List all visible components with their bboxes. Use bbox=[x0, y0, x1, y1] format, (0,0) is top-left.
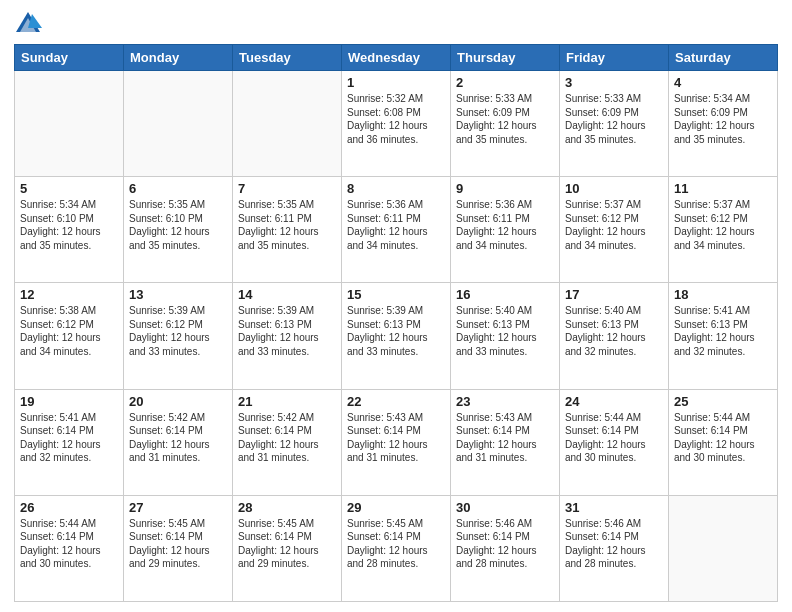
day-info: Sunrise: 5:42 AM Sunset: 6:14 PM Dayligh… bbox=[238, 411, 336, 465]
day-info: Sunrise: 5:39 AM Sunset: 6:13 PM Dayligh… bbox=[238, 304, 336, 358]
day-info: Sunrise: 5:35 AM Sunset: 6:10 PM Dayligh… bbox=[129, 198, 227, 252]
calendar-cell bbox=[15, 71, 124, 177]
day-info: Sunrise: 5:45 AM Sunset: 6:14 PM Dayligh… bbox=[347, 517, 445, 571]
calendar-table: SundayMondayTuesdayWednesdayThursdayFrid… bbox=[14, 44, 778, 602]
day-number: 29 bbox=[347, 500, 445, 515]
day-info: Sunrise: 5:39 AM Sunset: 6:13 PM Dayligh… bbox=[347, 304, 445, 358]
day-info: Sunrise: 5:41 AM Sunset: 6:14 PM Dayligh… bbox=[20, 411, 118, 465]
day-number: 23 bbox=[456, 394, 554, 409]
day-info: Sunrise: 5:39 AM Sunset: 6:12 PM Dayligh… bbox=[129, 304, 227, 358]
header-day-tuesday: Tuesday bbox=[233, 45, 342, 71]
week-row-5: 26Sunrise: 5:44 AM Sunset: 6:14 PM Dayli… bbox=[15, 495, 778, 601]
day-number: 20 bbox=[129, 394, 227, 409]
day-number: 8 bbox=[347, 181, 445, 196]
header-day-thursday: Thursday bbox=[451, 45, 560, 71]
calendar-cell: 18Sunrise: 5:41 AM Sunset: 6:13 PM Dayli… bbox=[669, 283, 778, 389]
day-info: Sunrise: 5:34 AM Sunset: 6:09 PM Dayligh… bbox=[674, 92, 772, 146]
day-number: 3 bbox=[565, 75, 663, 90]
calendar-cell bbox=[124, 71, 233, 177]
day-info: Sunrise: 5:33 AM Sunset: 6:09 PM Dayligh… bbox=[456, 92, 554, 146]
week-row-2: 5Sunrise: 5:34 AM Sunset: 6:10 PM Daylig… bbox=[15, 177, 778, 283]
day-number: 28 bbox=[238, 500, 336, 515]
calendar-cell: 29Sunrise: 5:45 AM Sunset: 6:14 PM Dayli… bbox=[342, 495, 451, 601]
calendar-cell: 12Sunrise: 5:38 AM Sunset: 6:12 PM Dayli… bbox=[15, 283, 124, 389]
header-row: SundayMondayTuesdayWednesdayThursdayFrid… bbox=[15, 45, 778, 71]
header-day-sunday: Sunday bbox=[15, 45, 124, 71]
page: SundayMondayTuesdayWednesdayThursdayFrid… bbox=[0, 0, 792, 612]
calendar-cell: 6Sunrise: 5:35 AM Sunset: 6:10 PM Daylig… bbox=[124, 177, 233, 283]
calendar-cell: 13Sunrise: 5:39 AM Sunset: 6:12 PM Dayli… bbox=[124, 283, 233, 389]
day-info: Sunrise: 5:46 AM Sunset: 6:14 PM Dayligh… bbox=[565, 517, 663, 571]
calendar-cell: 24Sunrise: 5:44 AM Sunset: 6:14 PM Dayli… bbox=[560, 389, 669, 495]
day-number: 11 bbox=[674, 181, 772, 196]
day-info: Sunrise: 5:33 AM Sunset: 6:09 PM Dayligh… bbox=[565, 92, 663, 146]
week-row-1: 1Sunrise: 5:32 AM Sunset: 6:08 PM Daylig… bbox=[15, 71, 778, 177]
calendar-cell bbox=[669, 495, 778, 601]
day-number: 2 bbox=[456, 75, 554, 90]
calendar-cell: 21Sunrise: 5:42 AM Sunset: 6:14 PM Dayli… bbox=[233, 389, 342, 495]
calendar-cell: 8Sunrise: 5:36 AM Sunset: 6:11 PM Daylig… bbox=[342, 177, 451, 283]
day-number: 18 bbox=[674, 287, 772, 302]
day-number: 19 bbox=[20, 394, 118, 409]
day-number: 4 bbox=[674, 75, 772, 90]
day-number: 6 bbox=[129, 181, 227, 196]
day-number: 12 bbox=[20, 287, 118, 302]
calendar-cell: 11Sunrise: 5:37 AM Sunset: 6:12 PM Dayli… bbox=[669, 177, 778, 283]
day-number: 17 bbox=[565, 287, 663, 302]
day-number: 14 bbox=[238, 287, 336, 302]
header-day-monday: Monday bbox=[124, 45, 233, 71]
day-info: Sunrise: 5:40 AM Sunset: 6:13 PM Dayligh… bbox=[565, 304, 663, 358]
day-info: Sunrise: 5:43 AM Sunset: 6:14 PM Dayligh… bbox=[347, 411, 445, 465]
header-day-saturday: Saturday bbox=[669, 45, 778, 71]
calendar-cell: 27Sunrise: 5:45 AM Sunset: 6:14 PM Dayli… bbox=[124, 495, 233, 601]
calendar-cell: 14Sunrise: 5:39 AM Sunset: 6:13 PM Dayli… bbox=[233, 283, 342, 389]
day-number: 9 bbox=[456, 181, 554, 196]
day-number: 22 bbox=[347, 394, 445, 409]
day-number: 16 bbox=[456, 287, 554, 302]
day-number: 13 bbox=[129, 287, 227, 302]
calendar-cell: 4Sunrise: 5:34 AM Sunset: 6:09 PM Daylig… bbox=[669, 71, 778, 177]
day-info: Sunrise: 5:41 AM Sunset: 6:13 PM Dayligh… bbox=[674, 304, 772, 358]
calendar-cell: 2Sunrise: 5:33 AM Sunset: 6:09 PM Daylig… bbox=[451, 71, 560, 177]
calendar-header: SundayMondayTuesdayWednesdayThursdayFrid… bbox=[15, 45, 778, 71]
calendar-cell: 19Sunrise: 5:41 AM Sunset: 6:14 PM Dayli… bbox=[15, 389, 124, 495]
week-row-3: 12Sunrise: 5:38 AM Sunset: 6:12 PM Dayli… bbox=[15, 283, 778, 389]
day-info: Sunrise: 5:43 AM Sunset: 6:14 PM Dayligh… bbox=[456, 411, 554, 465]
logo-icon bbox=[14, 10, 42, 38]
calendar-cell: 30Sunrise: 5:46 AM Sunset: 6:14 PM Dayli… bbox=[451, 495, 560, 601]
day-number: 1 bbox=[347, 75, 445, 90]
header-day-wednesday: Wednesday bbox=[342, 45, 451, 71]
day-info: Sunrise: 5:42 AM Sunset: 6:14 PM Dayligh… bbox=[129, 411, 227, 465]
calendar-cell: 15Sunrise: 5:39 AM Sunset: 6:13 PM Dayli… bbox=[342, 283, 451, 389]
calendar-cell: 3Sunrise: 5:33 AM Sunset: 6:09 PM Daylig… bbox=[560, 71, 669, 177]
day-info: Sunrise: 5:40 AM Sunset: 6:13 PM Dayligh… bbox=[456, 304, 554, 358]
calendar-cell: 17Sunrise: 5:40 AM Sunset: 6:13 PM Dayli… bbox=[560, 283, 669, 389]
calendar-cell: 9Sunrise: 5:36 AM Sunset: 6:11 PM Daylig… bbox=[451, 177, 560, 283]
calendar-cell: 31Sunrise: 5:46 AM Sunset: 6:14 PM Dayli… bbox=[560, 495, 669, 601]
day-info: Sunrise: 5:44 AM Sunset: 6:14 PM Dayligh… bbox=[674, 411, 772, 465]
day-info: Sunrise: 5:46 AM Sunset: 6:14 PM Dayligh… bbox=[456, 517, 554, 571]
day-info: Sunrise: 5:36 AM Sunset: 6:11 PM Dayligh… bbox=[347, 198, 445, 252]
calendar-cell: 25Sunrise: 5:44 AM Sunset: 6:14 PM Dayli… bbox=[669, 389, 778, 495]
day-number: 31 bbox=[565, 500, 663, 515]
calendar-body: 1Sunrise: 5:32 AM Sunset: 6:08 PM Daylig… bbox=[15, 71, 778, 602]
day-number: 25 bbox=[674, 394, 772, 409]
day-number: 26 bbox=[20, 500, 118, 515]
calendar-cell: 20Sunrise: 5:42 AM Sunset: 6:14 PM Dayli… bbox=[124, 389, 233, 495]
day-number: 15 bbox=[347, 287, 445, 302]
calendar-cell: 16Sunrise: 5:40 AM Sunset: 6:13 PM Dayli… bbox=[451, 283, 560, 389]
calendar-cell: 23Sunrise: 5:43 AM Sunset: 6:14 PM Dayli… bbox=[451, 389, 560, 495]
day-info: Sunrise: 5:45 AM Sunset: 6:14 PM Dayligh… bbox=[238, 517, 336, 571]
calendar-cell: 5Sunrise: 5:34 AM Sunset: 6:10 PM Daylig… bbox=[15, 177, 124, 283]
day-info: Sunrise: 5:37 AM Sunset: 6:12 PM Dayligh… bbox=[565, 198, 663, 252]
day-info: Sunrise: 5:34 AM Sunset: 6:10 PM Dayligh… bbox=[20, 198, 118, 252]
day-number: 30 bbox=[456, 500, 554, 515]
calendar-cell: 1Sunrise: 5:32 AM Sunset: 6:08 PM Daylig… bbox=[342, 71, 451, 177]
calendar-cell: 26Sunrise: 5:44 AM Sunset: 6:14 PM Dayli… bbox=[15, 495, 124, 601]
logo bbox=[14, 10, 46, 38]
header-day-friday: Friday bbox=[560, 45, 669, 71]
calendar-cell: 10Sunrise: 5:37 AM Sunset: 6:12 PM Dayli… bbox=[560, 177, 669, 283]
day-info: Sunrise: 5:44 AM Sunset: 6:14 PM Dayligh… bbox=[20, 517, 118, 571]
day-number: 7 bbox=[238, 181, 336, 196]
day-number: 21 bbox=[238, 394, 336, 409]
